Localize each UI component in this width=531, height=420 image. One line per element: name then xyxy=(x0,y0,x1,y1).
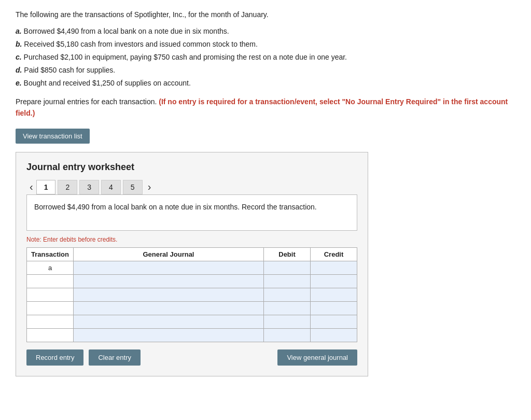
prepare-label: Prepare journal entries for each transac… xyxy=(16,97,157,106)
transaction-description: Borrowed $4,490 from a local bank on a n… xyxy=(26,194,357,231)
transaction-cell-2 xyxy=(27,274,74,288)
table-row: a xyxy=(27,261,357,274)
col-header-journal: General Journal xyxy=(74,247,264,261)
journal-cell-3[interactable] xyxy=(74,288,264,301)
tab-1[interactable]: 1 xyxy=(36,180,56,194)
debit-input-6[interactable] xyxy=(264,329,310,342)
transaction-b: b. Received $5,180 cash from investors a… xyxy=(16,39,515,50)
journal-input-3[interactable] xyxy=(74,288,263,301)
journal-cell-4[interactable] xyxy=(74,301,264,315)
journal-input-1[interactable] xyxy=(74,261,263,274)
credit-input-2[interactable] xyxy=(311,275,357,288)
credit-input-3[interactable] xyxy=(311,288,357,301)
debit-input-1[interactable] xyxy=(264,261,310,274)
debit-input-3[interactable] xyxy=(264,288,310,301)
transaction-cell-3 xyxy=(27,288,74,301)
journal-cell-2[interactable] xyxy=(74,274,264,288)
journal-input-4[interactable] xyxy=(74,302,263,315)
worksheet-container: Journal entry worksheet ‹ 1 2 3 4 5 › Bo… xyxy=(16,152,368,376)
view-transaction-list-button[interactable]: View transaction list xyxy=(16,129,90,144)
tab-2[interactable]: 2 xyxy=(58,180,77,194)
prepare-text: Prepare journal entries for each transac… xyxy=(16,96,515,119)
table-row xyxy=(27,288,357,301)
tab-3[interactable]: 3 xyxy=(79,180,99,194)
debit-cell-2[interactable] xyxy=(264,274,311,288)
col-header-transaction: Transaction xyxy=(27,247,74,261)
credit-input-5[interactable] xyxy=(311,315,357,328)
debit-input-2[interactable] xyxy=(264,275,310,288)
table-row xyxy=(27,328,357,342)
table-row xyxy=(27,274,357,288)
debit-cell-6[interactable] xyxy=(264,328,311,342)
tab-4[interactable]: 4 xyxy=(101,180,121,194)
tabs-navigation: ‹ 1 2 3 4 5 › xyxy=(26,180,357,194)
journal-input-2[interactable] xyxy=(74,275,263,288)
credit-cell-4[interactable] xyxy=(311,301,357,315)
journal-cell-6[interactable] xyxy=(74,328,264,342)
journal-cell-5[interactable] xyxy=(74,315,264,328)
view-general-journal-button[interactable]: View general journal xyxy=(277,349,357,366)
journal-input-6[interactable] xyxy=(74,329,263,342)
transactions-list: a. Borrowed $4,490 from a local bank on … xyxy=(16,26,515,89)
intro-text: The following are the transactions of Sp… xyxy=(16,10,515,19)
debit-cell-5[interactable] xyxy=(264,315,311,328)
col-header-credit: Credit xyxy=(311,247,357,261)
clear-entry-button[interactable]: Clear entry xyxy=(89,349,141,366)
credit-cell-1[interactable] xyxy=(311,261,357,274)
journal-table: Transaction General Journal Debit Credit… xyxy=(26,247,357,342)
prev-tab-button[interactable]: ‹ xyxy=(26,181,36,193)
tab-5[interactable]: 5 xyxy=(123,180,143,194)
journal-input-5[interactable] xyxy=(74,315,263,328)
journal-cell-1[interactable] xyxy=(74,261,264,274)
note-text: Note: Enter debits before credits. xyxy=(26,236,357,243)
debit-input-5[interactable] xyxy=(264,315,310,328)
credit-input-6[interactable] xyxy=(311,329,357,342)
transaction-cell-4 xyxy=(27,301,74,315)
transaction-a: a. Borrowed $4,490 from a local bank on … xyxy=(16,26,515,37)
col-header-debit: Debit xyxy=(264,247,311,261)
table-row xyxy=(27,301,357,315)
transaction-c: c. Purchased $2,100 in equipment, paying… xyxy=(16,52,515,63)
credit-input-1[interactable] xyxy=(311,261,357,274)
debit-cell-4[interactable] xyxy=(264,301,311,315)
debit-cell-1[interactable] xyxy=(264,261,311,274)
next-tab-button[interactable]: › xyxy=(145,181,155,193)
worksheet-title: Journal entry worksheet xyxy=(26,162,357,173)
record-entry-button[interactable]: Record entry xyxy=(26,349,83,366)
credit-input-4[interactable] xyxy=(311,302,357,315)
debit-cell-3[interactable] xyxy=(264,288,311,301)
transaction-cell-1: a xyxy=(27,261,74,274)
debit-input-4[interactable] xyxy=(264,302,310,315)
credit-cell-2[interactable] xyxy=(311,274,357,288)
transaction-e: e. Bought and received $1,250 of supplie… xyxy=(16,78,515,89)
transaction-cell-5 xyxy=(27,315,74,328)
credit-cell-3[interactable] xyxy=(311,288,357,301)
credit-cell-6[interactable] xyxy=(311,328,357,342)
transaction-d: d. Paid $850 cash for supplies. xyxy=(16,65,515,76)
credit-cell-5[interactable] xyxy=(311,315,357,328)
action-buttons-row: Record entry Clear entry View general jo… xyxy=(26,349,357,366)
transaction-cell-6 xyxy=(27,328,74,342)
table-row xyxy=(27,315,357,328)
